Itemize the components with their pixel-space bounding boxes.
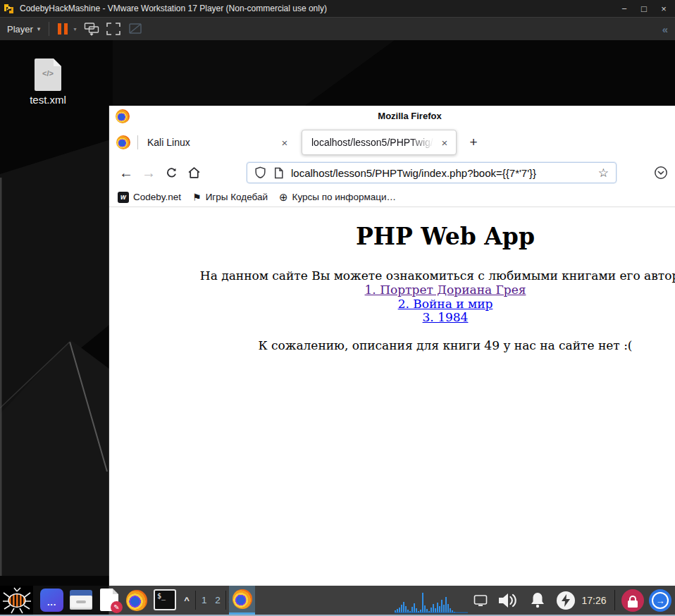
globe-icon: ⊕ — [279, 191, 288, 204]
suspend-vm-button[interactable] — [58, 23, 68, 35]
book-link-3[interactable]: 3. 1984 — [109, 311, 675, 325]
book-link-1[interactable]: 1. Портрет Дориана Грея — [109, 283, 675, 297]
maximize-button[interactable]: □ — [636, 1, 652, 16]
page-viewport: PHP Web App На данном сайте Вы можете оз… — [109, 208, 675, 586]
lock-screen-button[interactable] — [621, 589, 644, 612]
unity-mode-icon-disabled — [127, 20, 144, 37]
bookmarks-bar: w Codeby.net ⚑ Игры Кодебай ⊕ Курсы по и… — [109, 187, 675, 207]
network-monitor-graph — [395, 587, 468, 613]
close-button[interactable]: × — [655, 1, 672, 16]
taskbar: ··· ✎ $_ ^ 1 2 3 4 17:26 → — [0, 586, 675, 616]
page-info-icon[interactable] — [273, 167, 284, 179]
codeby-favicon: w — [118, 192, 129, 203]
terminal-icon[interactable]: $_ — [154, 589, 176, 610]
tab-localhost-active[interactable]: localhost/lesson5/PHPTwig/i × — [302, 130, 457, 155]
tab-bar: Kali Linux × localhost/lesson5/PHPTwig/i… — [109, 127, 675, 158]
kali-desktop: </> test.xml Mozilla Firefox Kali Linux … — [0, 40, 675, 616]
firefox-titlebar[interactable]: Mozilla Firefox — [109, 106, 675, 127]
app-launcher-icon[interactable]: ··· — [40, 589, 63, 612]
collapse-toolbar-button[interactable]: « — [662, 23, 667, 35]
text-editor-icon[interactable]: ✎ — [100, 589, 118, 611]
url-text[interactable]: localhost/lesson5/PHPTwig/index.php?book… — [291, 167, 594, 179]
new-tab-button[interactable]: + — [465, 134, 482, 151]
fullscreen-icon[interactable] — [105, 20, 122, 37]
navigation-bar: ← → localhost/lesson5/PHPTwig/index.php?… — [109, 158, 675, 187]
firefox-window-title: Mozilla Firefox — [127, 111, 675, 121]
bookmark-igry-kodebay[interactable]: ⚑ Игры Кодебай — [192, 192, 268, 203]
tray-divider — [614, 590, 615, 610]
arrow-right-icon: → — [652, 592, 669, 609]
close-tab-icon[interactable]: × — [438, 135, 452, 149]
bookmark-star-icon[interactable]: ☆ — [598, 166, 609, 180]
chevron-up-icon[interactable]: ^ — [180, 586, 193, 615]
taskbar-divider — [225, 591, 226, 610]
window-title: CodebyHackMashine - VMware Workstation 1… — [20, 4, 616, 13]
flag-icon: ⚑ — [192, 192, 202, 203]
logout-session-button[interactable]: → — [649, 589, 671, 612]
book-links: 1. Портрет Дориана Грея 2. Война и мир 3… — [109, 283, 675, 325]
web-page: PHP Web App На данном сайте Вы можете оз… — [109, 208, 675, 352]
kali-menu-button[interactable] — [0, 586, 33, 615]
firefox-launcher-icon[interactable] — [125, 589, 148, 612]
forward-button: → — [137, 161, 160, 184]
home-icon[interactable] — [182, 161, 205, 184]
firefox-taskbar-button-active[interactable] — [229, 586, 255, 615]
tab-kali-linux[interactable]: Kali Linux × — [138, 130, 296, 155]
suspend-dropdown-icon[interactable]: ▾ — [73, 26, 76, 32]
toolbar-divider — [49, 22, 49, 36]
vmware-toolbar: Player ▾ ▾ « — [0, 17, 675, 40]
url-bar[interactable]: localhost/lesson5/PHPTwig/index.php?book… — [247, 162, 617, 183]
volume-icon[interactable] — [495, 586, 521, 615]
player-menu[interactable]: Player ▾ — [7, 24, 40, 35]
reload-icon[interactable] — [160, 161, 182, 184]
display-tray-icon[interactable] — [472, 586, 489, 615]
vmware-titlebar: CodebyHackMashine - VMware Workstation 1… — [0, 0, 675, 17]
pocket-save-icon[interactable] — [654, 166, 668, 183]
page-fold — [54, 58, 61, 66]
minimize-button[interactable]: − — [616, 1, 633, 16]
taskbar-divider — [195, 591, 196, 610]
chevron-down-icon: ▾ — [37, 25, 41, 32]
firefox-window: Mozilla Firefox Kali Linux × localhost/l… — [109, 106, 675, 586]
file-manager-icon[interactable] — [70, 590, 92, 610]
book-link-2[interactable]: 2. Война и мир — [109, 297, 675, 312]
page-title: PHP Web App — [109, 223, 675, 250]
not-found-text: К сожалению, описания для книги 49 у нас… — [109, 338, 675, 352]
tab-favicon — [116, 135, 130, 149]
code-glyph: </> — [35, 69, 61, 78]
vmware-player-icon — [3, 3, 15, 15]
close-tab-icon[interactable]: × — [278, 135, 292, 149]
bookmark-codeby[interactable]: w Codeby.net — [118, 192, 181, 203]
xml-file-label[interactable]: test.xml — [13, 94, 83, 106]
clock[interactable]: 17:26 — [578, 586, 610, 615]
xml-file-icon[interactable]: </> — [35, 58, 61, 91]
pencil-badge-icon: ✎ — [111, 601, 123, 613]
lock-icon — [629, 596, 636, 600]
tracking-shield-icon[interactable] — [254, 166, 266, 179]
back-button[interactable]: ← — [115, 161, 137, 184]
bookmark-kursy[interactable]: ⊕ Курсы по информаци… — [279, 191, 396, 204]
power-manager-icon[interactable] — [557, 591, 575, 610]
kali-dragon-icon — [2, 587, 32, 614]
notification-bell-icon[interactable] — [526, 586, 550, 615]
intro-text: На данном сайте Вы можете ознакомиться с… — [109, 269, 675, 283]
send-ctrl-alt-del-icon[interactable] — [83, 20, 100, 37]
